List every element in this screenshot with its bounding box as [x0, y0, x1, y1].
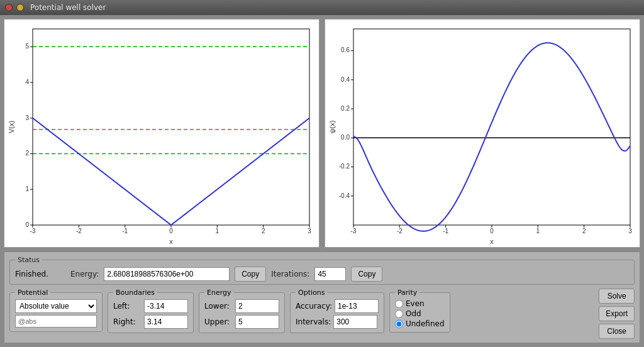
potential-graph [4, 19, 319, 248]
parity-group: Parity Even Odd Undefined [389, 289, 450, 333]
copy-iterations-button[interactable]: Copy [351, 267, 382, 282]
energy-group: Energy Lower: Upper: [199, 289, 285, 333]
upper-energy-input[interactable] [235, 315, 279, 329]
solve-button[interactable]: Solve [599, 289, 635, 304]
right-boundary-input[interactable] [144, 315, 188, 329]
iterations-label: Iterations: [271, 270, 309, 278]
energy-value-input[interactable] [104, 267, 230, 281]
main-content: Status Finished. Energy: Copy Iterations… [0, 15, 644, 347]
parity-legend: Parity [395, 289, 419, 297]
status-text: Finished. [15, 270, 65, 278]
close-window-btn[interactable] [5, 4, 13, 11]
minimize-btn[interactable] [16, 4, 24, 11]
parity-even-label[interactable]: Even [395, 299, 445, 308]
lower-label: Lower: [204, 302, 233, 311]
energy-label: Energy: [70, 270, 99, 278]
lower-energy-input[interactable] [235, 299, 279, 313]
accuracy-label: Accuracy: [296, 302, 332, 311]
boundaries-legend: Boundaries [113, 289, 157, 297]
parity-even-radio[interactable] [395, 300, 403, 308]
options-group: Options Accuracy: Intervals: [290, 289, 384, 333]
left-boundary-input[interactable] [144, 299, 188, 313]
bottom-panel: Status Finished. Energy: Copy Iterations… [4, 251, 640, 343]
graphs-row [4, 19, 640, 248]
status-legend: Status [15, 256, 42, 264]
left-label: Left: [113, 302, 142, 311]
parity-radio-group: Even Odd Undefined [395, 299, 445, 328]
parity-odd-label[interactable]: Odd [395, 309, 445, 318]
potential-legend: Potential [15, 289, 50, 297]
upper-label: Upper: [204, 317, 233, 326]
potential-formula-input[interactable] [15, 315, 97, 328]
controls-row: Potential Absolute value Harmonic Custom… [9, 289, 635, 339]
parity-odd-radio[interactable] [395, 310, 403, 318]
close-button[interactable]: Close [599, 324, 635, 339]
potential-select[interactable]: Absolute value Harmonic Custom [15, 299, 97, 313]
copy-energy-button[interactable]: Copy [235, 267, 266, 282]
intervals-label: Intervals: [296, 317, 331, 326]
accuracy-input[interactable] [335, 299, 379, 313]
title-bar: Potential well solver [0, 0, 644, 15]
boundaries-group: Boundaries Left: Right: [108, 289, 194, 333]
status-group: Status Finished. Energy: Copy Iterations… [9, 256, 635, 285]
right-label: Right: [113, 317, 142, 326]
parity-undefined-label[interactable]: Undefined [395, 319, 445, 328]
export-button[interactable]: Export [599, 306, 635, 321]
intervals-input[interactable] [333, 315, 377, 329]
parity-undefined-radio[interactable] [395, 320, 403, 328]
iterations-value-input[interactable] [314, 267, 346, 281]
potential-group: Potential Absolute value Harmonic Custom [9, 289, 103, 332]
window-title: Potential well solver [30, 3, 106, 12]
action-buttons: Solve Export Close [599, 289, 635, 339]
energy-legend: Energy [204, 289, 234, 297]
wavefunction-graph [325, 19, 640, 248]
options-legend: Options [296, 289, 327, 297]
